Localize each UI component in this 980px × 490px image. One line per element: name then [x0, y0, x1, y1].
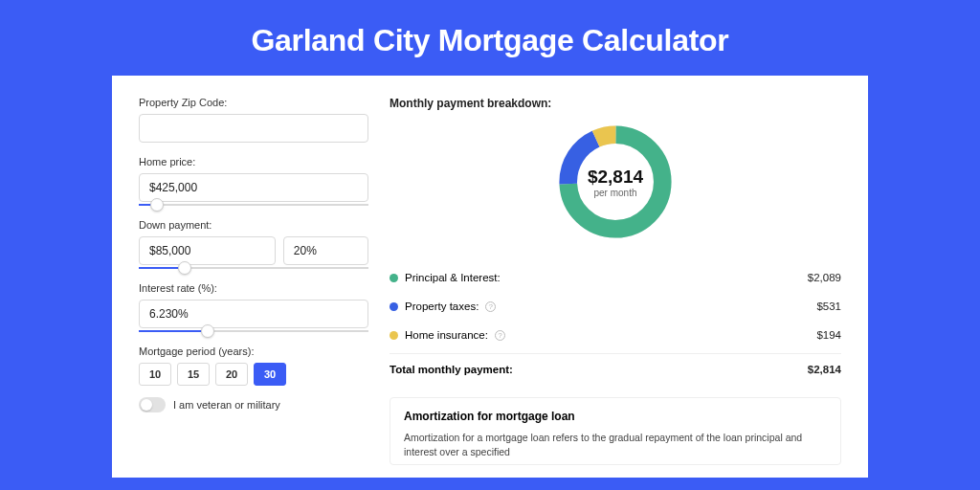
interest-rate-field-group: Interest rate (%): [139, 282, 368, 332]
breakdown-row: Property taxes:?$531 [390, 292, 841, 321]
inputs-panel: Property Zip Code: Home price: Down paym… [139, 97, 368, 468]
interest-rate-slider-fill [139, 330, 208, 332]
breakdown-row: Principal & Interest:$2,089 [390, 263, 841, 292]
breakdown-item-value: $2,089 [808, 272, 841, 283]
mortgage-period-option-30[interactable]: 30 [254, 363, 286, 386]
zip-input[interactable] [139, 114, 368, 143]
page-title: Garland City Mortgage Calculator [252, 23, 729, 58]
zip-label: Property Zip Code: [139, 97, 368, 108]
down-payment-field-group: Down payment: [139, 219, 368, 269]
veteran-row: I am veteran or military [139, 397, 368, 412]
donut-chart: $2,814 per month [390, 120, 841, 244]
interest-rate-input[interactable] [139, 300, 368, 328]
down-payment-amount-input[interactable] [139, 236, 276, 265]
breakdown-item-value: $531 [816, 301, 841, 312]
breakdown-item-label: Principal & Interest: [405, 272, 501, 283]
interest-rate-label: Interest rate (%): [139, 282, 368, 294]
breakdown-list: Principal & Interest:$2,089Property taxe… [390, 263, 841, 349]
donut-center-value: $2,814 [588, 167, 643, 188]
zip-field-group: Property Zip Code: [139, 97, 368, 143]
breakdown-panel: Monthly payment breakdown: $2,814 per mo… [390, 97, 841, 468]
home-price-slider-thumb[interactable] [150, 198, 164, 212]
mortgage-period-field-group: Mortgage period (years): 10152030 [139, 345, 368, 386]
mortgage-period-label: Mortgage period (years): [139, 345, 368, 357]
calculator-card-backdrop: Property Zip Code: Home price: Down paym… [112, 76, 868, 478]
info-icon[interactable]: ? [495, 330, 505, 341]
down-payment-slider-thumb[interactable] [178, 261, 191, 275]
breakdown-total-value: $2,814 [808, 364, 841, 375]
mortgage-period-option-15[interactable]: 15 [177, 363, 210, 386]
legend-dot-icon [390, 274, 398, 282]
breakdown-item-label: Property taxes: [405, 301, 479, 312]
veteran-label: I am veteran or military [173, 399, 280, 411]
breakdown-row: Home insurance:?$194 [390, 321, 841, 349]
legend-dot-icon [390, 331, 398, 340]
amortization-title: Amortization for mortgage loan [404, 410, 827, 423]
mortgage-period-options: 10152030 [139, 363, 368, 386]
veteran-toggle[interactable] [139, 397, 166, 412]
down-payment-slider[interactable] [139, 267, 368, 269]
interest-rate-slider-thumb[interactable] [201, 324, 214, 338]
mortgage-period-option-10[interactable]: 10 [139, 363, 171, 386]
amortization-text: Amortization for a mortgage loan refers … [404, 431, 827, 458]
home-price-slider[interactable] [139, 204, 368, 206]
breakdown-item-value: $194 [816, 329, 841, 341]
donut-center: $2,814 per month [588, 167, 643, 198]
amortization-card: Amortization for mortgage loan Amortizat… [390, 397, 841, 465]
breakdown-total-label: Total monthly payment: [390, 364, 513, 375]
interest-rate-slider[interactable] [139, 330, 368, 332]
legend-dot-icon [390, 302, 398, 311]
home-price-input[interactable] [139, 173, 368, 202]
info-icon[interactable]: ? [485, 301, 496, 312]
home-price-field-group: Home price: [139, 156, 368, 206]
down-payment-percent-input[interactable] [283, 236, 368, 265]
calculator-card: Property Zip Code: Home price: Down paym… [112, 76, 868, 478]
home-price-label: Home price: [139, 156, 368, 167]
mortgage-period-option-20[interactable]: 20 [215, 363, 248, 386]
breakdown-title: Monthly payment breakdown: [390, 97, 841, 110]
breakdown-item-label: Home insurance: [405, 329, 488, 341]
donut-center-label: per month [588, 188, 643, 198]
breakdown-total-row: Total monthly payment: $2,814 [390, 353, 841, 384]
down-payment-label: Down payment: [139, 219, 368, 231]
